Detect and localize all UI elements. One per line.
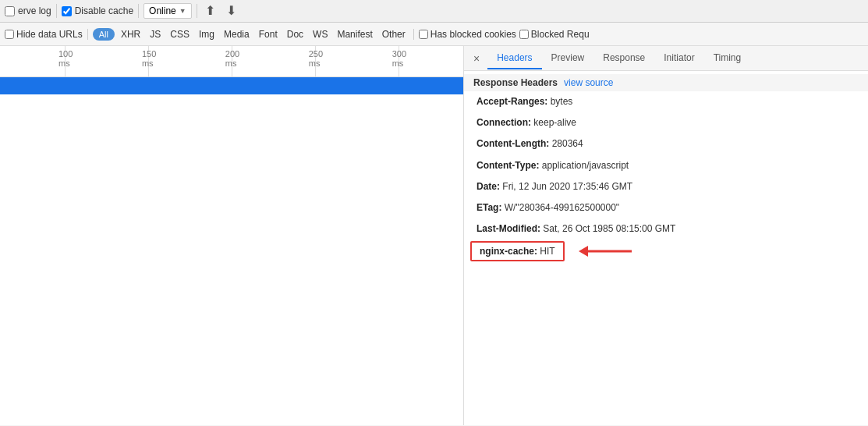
filter-xhr-btn[interactable]: XHR [118,27,143,41]
online-label: Online [149,5,176,16]
timeline-ticks: 100 ms 150 ms 200 ms 250 ms 300 ms [0,46,463,76]
tab-response[interactable]: Response [593,48,654,69]
network-rows[interactable] [0,77,463,425]
filter-other-btn[interactable]: Other [379,27,409,41]
preserve-log-input[interactable] [5,6,15,16]
toolbar-separator-1 [56,4,57,18]
header-value-content-type: application/javascript [542,160,629,171]
panel-tabs: × Headers Preview Response Initiator Tim… [464,46,868,71]
header-last-modified: Last-Modified: Sat, 26 Oct 1985 08:15:00… [464,218,868,240]
toolbar-separator-2 [138,4,139,18]
online-dropdown[interactable]: Online ▼ [143,3,192,19]
header-value-date: Fri, 12 Jun 2020 17:35:46 GMT [502,181,632,192]
has-blocked-cookies-checkbox[interactable]: Has blocked cookies [419,29,516,40]
tick-label-300ms: 300 ms [392,49,406,68]
header-value-content-length: 280364 [552,138,583,149]
timeline-header: 100 ms 150 ms 200 ms 250 ms 300 ms [0,46,463,77]
tick-label-200ms: 200 ms [225,49,239,68]
header-etag: ETag: W/"280364-499162500000" [464,197,868,218]
hide-data-urls-checkbox[interactable]: Hide data URLs [5,29,83,40]
tick-label-100ms: 100 ms [58,49,73,68]
filter-doc-btn[interactable]: Doc [284,27,306,41]
tick-100ms: 100 ms [65,46,66,76]
header-value-nginx-cache: HIT [540,246,554,257]
filter-css-btn[interactable]: CSS [167,27,193,41]
main-area: 100 ms 150 ms 200 ms 250 ms 300 ms [0,46,868,425]
header-name-etag: ETag: [477,202,505,213]
blocked-requ-checkbox[interactable]: Blocked Requ [519,29,590,40]
header-value-connection: keep-alive [533,117,576,128]
header-name-last-modified: Last-Modified: [477,223,543,234]
right-panel: × Headers Preview Response Initiator Tim… [464,46,868,425]
header-name-content-type: Content-Type: [477,160,542,171]
header-name-accept-ranges: Accept-Ranges: [477,96,551,107]
tab-initiator[interactable]: Initiator [654,48,703,69]
disable-cache-label: Disable cache [75,5,133,16]
header-value-last-modified: Sat, 26 Oct 1985 08:15:00 GMT [543,223,675,234]
disable-cache-checkbox[interactable]: Disable cache [62,5,133,16]
tab-preview[interactable]: Preview [542,48,594,69]
left-panel: 100 ms 150 ms 200 ms 250 ms 300 ms [0,46,464,425]
filter-js-btn[interactable]: JS [147,27,164,41]
toolbar: erve log Disable cache Online ▼ ⬆ ⬇ [0,0,868,23]
svg-marker-1 [579,246,588,257]
filter-media-btn[interactable]: Media [221,27,253,41]
header-name-date: Date: [477,181,502,192]
tick-label-250ms: 250 ms [309,49,323,68]
tick-150ms: 150 ms [148,46,149,76]
highlighted-row-container: nginx-cache: HIT [464,240,868,263]
blocked-requ-input[interactable] [519,30,529,39]
header-connection: Connection: keep-alive [464,112,868,133]
arrow-annotation [577,240,639,262]
download-button[interactable]: ⬇ [223,3,239,19]
tick-250ms: 250 ms [315,46,316,76]
network-row-selected[interactable] [0,77,463,94]
header-value-accept-ranges: bytes [551,96,573,107]
header-name-content-length: Content-Length: [477,138,552,149]
filter-font-btn[interactable]: Font [256,27,281,41]
header-date: Date: Fri, 12 Jun 2020 17:35:46 GMT [464,176,868,197]
has-blocked-cookies-label: Has blocked cookies [430,29,516,40]
disable-cache-input[interactable] [62,6,72,16]
tick-300ms: 300 ms [399,46,399,76]
header-name-connection: Connection: [477,117,533,128]
tick-200ms: 200 ms [232,46,232,76]
filter-separator-2 [413,29,414,40]
tab-headers[interactable]: Headers [487,48,541,69]
filter-ws-btn[interactable]: WS [310,27,331,41]
has-blocked-cookies-input[interactable] [419,30,428,39]
filter-img-btn[interactable]: Img [196,27,218,41]
header-nginx-cache-highlighted: nginx-cache: HIT [470,241,565,261]
header-value-etag: W/"280364-499162500000" [505,202,619,213]
filter-all-btn[interactable]: All [93,28,115,41]
tab-timing[interactable]: Timing [704,48,751,69]
close-panel-button[interactable]: × [469,53,484,64]
response-headers-title: Response Headers [473,77,558,88]
upload-button[interactable]: ⬆ [202,3,218,19]
preserve-log-label: erve log [18,5,51,16]
hide-data-urls-label: Hide data URLs [16,29,83,40]
tick-label-150ms: 150 ms [142,49,156,68]
filter-separator-1 [87,29,88,40]
response-headers-section: Response Headers view source [464,74,868,91]
filter-manifest-btn[interactable]: Manifest [334,27,375,41]
red-arrow-icon [577,240,639,262]
view-source-link[interactable]: view source [564,77,613,88]
filter-bar: Hide data URLs All XHR JS CSS Img Media … [0,23,868,46]
toolbar-separator-3 [197,4,197,18]
preserve-log-checkbox[interactable]: erve log [5,5,51,16]
hide-data-urls-input[interactable] [5,30,14,39]
dropdown-arrow-icon: ▼ [179,7,186,15]
header-accept-ranges: Accept-Ranges: bytes [464,91,868,112]
blocked-requ-label: Blocked Requ [531,29,590,40]
header-name-nginx-cache: nginx-cache: [480,246,540,257]
header-content-type: Content-Type: application/javascript [464,155,868,176]
headers-content: Response Headers view source Accept-Rang… [464,71,868,425]
header-content-length: Content-Length: 280364 [464,133,868,154]
